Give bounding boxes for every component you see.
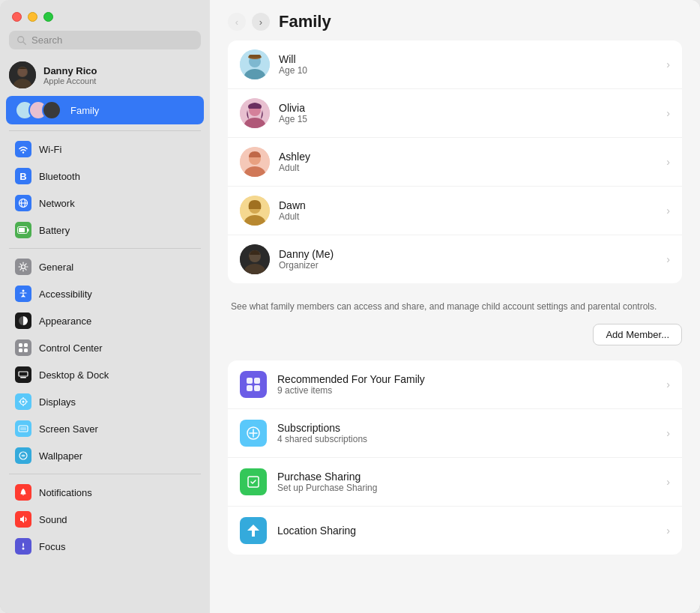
member-item-dawn[interactable]: Dawn Adult › bbox=[228, 187, 682, 235]
location-sharing-info: Location Sharing bbox=[277, 525, 656, 537]
sidebar-item-accessibility[interactable]: Accessibility bbox=[6, 281, 204, 306]
recommended-icon bbox=[240, 371, 267, 398]
search-box[interactable]: Search bbox=[9, 31, 201, 49]
member-detail-olivia: Age 15 bbox=[279, 114, 657, 124]
recommended-info: Recommended For Your Family 9 active ite… bbox=[277, 373, 656, 396]
sidebar-label-battery: Battery bbox=[39, 225, 70, 236]
member-info-will: Will Age 10 bbox=[279, 53, 657, 76]
feature-item-location-sharing[interactable]: Location Sharing › bbox=[228, 507, 682, 555]
sidebar-label-wallpaper: Wallpaper bbox=[39, 450, 82, 462]
subscriptions-info: Subscriptions 4 shared subscriptions bbox=[277, 422, 656, 444]
sidebar-label-wifi: Wi-Fi bbox=[39, 144, 61, 155]
add-member-button[interactable]: Add Member... bbox=[593, 324, 682, 345]
sidebar-item-family[interactable]: Family bbox=[6, 96, 204, 124]
chevron-ashley: › bbox=[666, 156, 670, 168]
sidebar-item-appearance[interactable]: Appearance bbox=[6, 308, 204, 333]
features-container: Recommended For Your Family 9 active ite… bbox=[228, 360, 682, 555]
member-info-dawn: Dawn Adult bbox=[279, 199, 657, 222]
chevron-dawn: › bbox=[666, 205, 670, 217]
account-section[interactable]: Danny Rico Apple Account bbox=[0, 55, 210, 94]
system-settings-window: Search Danny Rico Apple Account bbox=[0, 0, 700, 613]
sidebar-label-accessibility: Accessibility bbox=[39, 289, 92, 300]
member-avatar-ashley bbox=[240, 147, 270, 177]
svg-rect-12 bbox=[19, 228, 25, 232]
member-name-olivia: Olivia bbox=[279, 102, 657, 114]
network-icon bbox=[15, 195, 31, 211]
account-subtitle: Apple Account bbox=[43, 76, 97, 85]
main-scroll-area: Will Age 10 › bbox=[210, 40, 700, 613]
sidebar-item-control-center[interactable]: Control Center bbox=[6, 335, 204, 360]
member-avatar-olivia bbox=[240, 98, 270, 128]
sidebar-item-battery[interactable]: Battery bbox=[6, 217, 204, 243]
sidebar-item-bluetooth[interactable]: B Bluetooth bbox=[6, 163, 204, 189]
subscriptions-detail: 4 shared subscriptions bbox=[277, 434, 656, 444]
search-icon bbox=[16, 35, 27, 46]
svg-line-1 bbox=[23, 41, 26, 44]
accessibility-icon bbox=[15, 286, 31, 302]
sidebar-item-wallpaper[interactable]: Wallpaper bbox=[6, 443, 204, 468]
member-item-olivia[interactable]: Olivia Age 15 › bbox=[228, 89, 682, 138]
sidebar-item-sound[interactable]: Sound bbox=[6, 507, 204, 532]
maximize-button[interactable] bbox=[43, 12, 53, 22]
member-name-danny: Danny (Me) bbox=[279, 248, 657, 260]
sidebar-family-label: Family bbox=[70, 105, 99, 116]
desktop-dock-icon bbox=[15, 366, 31, 383]
sidebar-divider-3 bbox=[9, 474, 201, 474]
notifications-icon bbox=[15, 484, 31, 501]
bluetooth-icon: B bbox=[15, 168, 31, 184]
member-item-ashley[interactable]: Ashley Adult › bbox=[228, 138, 682, 187]
member-item-will[interactable]: Will Age 10 › bbox=[228, 40, 682, 89]
forward-button[interactable]: › bbox=[252, 13, 270, 31]
sidebar-label-notifications: Notifications bbox=[39, 487, 92, 498]
member-detail-ashley: Adult bbox=[279, 163, 657, 173]
wifi-icon bbox=[15, 141, 31, 157]
sidebar-label-desktop-dock: Desktop & Dock bbox=[39, 369, 109, 381]
svg-rect-28 bbox=[20, 427, 26, 430]
member-item-danny[interactable]: Danny (Me) Organizer › bbox=[228, 235, 682, 283]
member-detail-dawn: Adult bbox=[279, 211, 657, 222]
back-button[interactable]: ‹ bbox=[228, 13, 246, 31]
sidebar-item-displays[interactable]: Displays bbox=[6, 389, 204, 414]
location-sharing-icon bbox=[240, 517, 267, 544]
general-icon bbox=[15, 259, 31, 275]
sidebar: Search Danny Rico Apple Account bbox=[0, 0, 210, 613]
member-info-danny: Danny (Me) Organizer bbox=[279, 248, 657, 271]
search-container: Search bbox=[0, 28, 210, 55]
battery-icon bbox=[15, 222, 31, 238]
svg-rect-52 bbox=[254, 385, 260, 391]
sidebar-item-general[interactable]: General bbox=[6, 254, 204, 280]
wallpaper-icon bbox=[15, 447, 31, 464]
minimize-button[interactable] bbox=[28, 12, 37, 22]
feature-item-purchase-sharing[interactable]: Purchase Sharing Set up Purchase Sharing… bbox=[228, 458, 682, 507]
sidebar-label-sound: Sound bbox=[39, 514, 67, 525]
add-member-row: Add Member... bbox=[228, 324, 682, 360]
sidebar-item-notifications[interactable]: Notifications bbox=[6, 480, 204, 505]
member-name-ashley: Ashley bbox=[279, 151, 657, 163]
focus-icon bbox=[15, 538, 31, 555]
purchase-sharing-name: Purchase Sharing bbox=[277, 471, 656, 483]
feature-item-recommended[interactable]: Recommended For Your Family 9 active ite… bbox=[228, 360, 682, 409]
chevron-subscriptions: › bbox=[666, 427, 670, 439]
chevron-location-sharing: › bbox=[666, 525, 670, 537]
sidebar-label-displays: Displays bbox=[39, 396, 76, 408]
close-button[interactable] bbox=[12, 12, 22, 22]
sidebar-item-desktop-dock[interactable]: Desktop & Dock bbox=[6, 362, 204, 387]
svg-rect-30 bbox=[21, 493, 26, 495]
sidebar-item-screen-saver[interactable]: Screen Saver bbox=[6, 416, 204, 441]
recommended-name: Recommended For Your Family bbox=[277, 373, 656, 385]
sidebar-item-wifi[interactable]: Wi-Fi bbox=[6, 136, 204, 162]
subscriptions-icon bbox=[240, 420, 267, 447]
svg-rect-36 bbox=[249, 55, 261, 58]
chevron-purchase-sharing: › bbox=[666, 476, 670, 488]
purchase-sharing-info: Purchase Sharing Set up Purchase Sharing bbox=[277, 471, 656, 493]
search-placeholder: Search bbox=[31, 34, 62, 46]
member-avatar-dawn bbox=[240, 196, 270, 226]
feature-item-subscriptions[interactable]: Subscriptions 4 shared subscriptions › bbox=[228, 409, 682, 458]
sidebar-label-network: Network bbox=[39, 198, 75, 209]
account-name: Danny Rico bbox=[43, 65, 97, 76]
member-name-dawn: Dawn bbox=[279, 199, 657, 211]
member-detail-danny: Organizer bbox=[279, 260, 657, 271]
sidebar-item-network[interactable]: Network bbox=[6, 190, 204, 216]
family-avatars bbox=[15, 100, 55, 120]
sidebar-item-focus[interactable]: Focus bbox=[6, 534, 204, 559]
